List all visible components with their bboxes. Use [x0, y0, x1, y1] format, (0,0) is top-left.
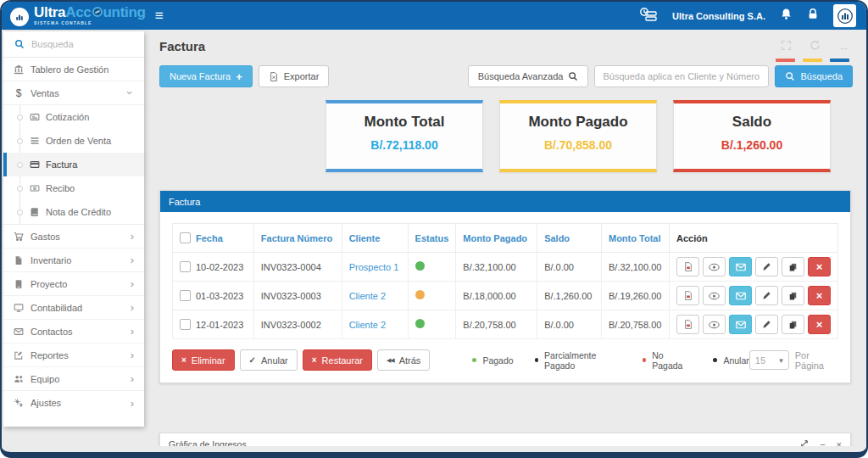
chevron-right-icon: ›: [131, 231, 134, 242]
row-checkbox[interactable]: [180, 261, 191, 272]
edit-button[interactable]: [755, 286, 778, 305]
cell-saldo: B/.1,260.00: [537, 282, 602, 310]
email-button[interactable]: [729, 257, 752, 276]
lock-icon[interactable]: [807, 8, 819, 24]
user-avatar[interactable]: [833, 4, 856, 27]
search-button[interactable]: Búsqueda: [775, 65, 853, 87]
red-tab-bar[interactable]: [776, 59, 795, 62]
sidebar-item-nota-de-credito[interactable]: Nota de Crédito: [3, 200, 144, 224]
view-button[interactable]: [703, 286, 726, 305]
atras-button[interactable]: ◀◀Atrás: [377, 349, 430, 371]
sidebar-item-ventas[interactable]: $ Ventas ›: [3, 81, 144, 105]
yellow-tab-bar[interactable]: [803, 59, 822, 62]
column-header-fecha[interactable]: Fecha: [196, 233, 223, 243]
sidebar-item-equipo[interactable]: Equipo ›: [3, 367, 144, 391]
main-content: Factura ↔ N: [144, 31, 865, 446]
logo-swirl-icon: [92, 7, 103, 17]
status-dot: [415, 290, 425, 299]
sidebar-item-reportes[interactable]: Reportes ›: [3, 344, 144, 367]
view-button[interactable]: [703, 315, 726, 334]
restaurar-button[interactable]: ×Restaurar: [303, 349, 372, 371]
advanced-search-button[interactable]: Búsqueda Avanzada: [468, 65, 589, 87]
minimize-icon[interactable]: −: [820, 439, 825, 446]
edit-button[interactable]: [755, 315, 778, 334]
client-link[interactable]: Prospecto 1: [349, 262, 399, 272]
sidebar-search[interactable]: [3, 31, 144, 58]
sidebar-item-contactos[interactable]: Contactos ›: [3, 320, 144, 344]
search-input[interactable]: [594, 65, 769, 87]
invoice-panel: Factura Fecha Factura Número Cliente Est…: [159, 190, 851, 383]
cell-fecha: 01-03-2023: [196, 291, 243, 301]
close-icon[interactable]: ×: [837, 439, 842, 446]
cell-monto-total: B/.32,100.00: [601, 253, 669, 282]
sidebar-item-label: Reportes: [31, 350, 69, 360]
sidebar-item-inventario[interactable]: Inventario ›: [3, 249, 144, 272]
cell-numero: INV0323-0002: [253, 310, 342, 339]
sidebar-item-label: Contactos: [31, 327, 73, 337]
company-name[interactable]: Ultra Consulting S.A.: [672, 11, 765, 21]
sidebar-item-gastos[interactable]: Gastos ›: [3, 225, 144, 249]
column-header-cliente[interactable]: Cliente: [342, 224, 408, 253]
eliminar-button[interactable]: ×Eliminar: [172, 349, 235, 371]
sidebar-item-cotizacion[interactable]: Cotización: [3, 105, 144, 129]
topbar-right: Ultra Consulting S.A.: [639, 4, 856, 27]
copy-button[interactable]: [782, 286, 804, 305]
sidebar-item-factura[interactable]: Factura: [3, 153, 144, 176]
delete-button[interactable]: ×: [808, 257, 831, 276]
expand-icon[interactable]: [781, 39, 792, 54]
pdf-button[interactable]: [676, 315, 699, 334]
cell-monto-pagado: B/.20,758.00: [456, 310, 537, 339]
sidebar-item-recibo[interactable]: Recibo: [3, 176, 144, 200]
export-button[interactable]: Exportar: [259, 65, 330, 87]
invoice-toolbar: Nueva Factura + Exportar Búsqueda Avanza…: [159, 65, 853, 87]
expand-diagonal-icon[interactable]: [800, 439, 809, 446]
column-header-saldo[interactable]: Saldo: [537, 224, 602, 253]
invoice-card-icon: [30, 159, 40, 170]
blue-tab-bar[interactable]: [830, 59, 849, 62]
sidebar-item-proyecto[interactable]: Proyecto ›: [3, 272, 144, 296]
email-button[interactable]: [729, 315, 752, 334]
client-link[interactable]: Cliente 2: [349, 320, 386, 330]
sidebar-item-orden-de-venta[interactable]: Orden de Venta: [3, 129, 144, 153]
legend-dot-no-pagada: [643, 358, 646, 362]
new-invoice-button[interactable]: Nueva Factura +: [159, 65, 253, 87]
delete-button[interactable]: ×: [808, 315, 831, 334]
history-icon[interactable]: [639, 7, 658, 25]
pdf-file-icon: [683, 261, 693, 272]
column-header-estatus[interactable]: Estatus: [408, 224, 456, 253]
anular-button[interactable]: ✓Anular: [240, 349, 298, 371]
column-header-monto-pagado[interactable]: Monto Pagado: [456, 224, 537, 253]
sidebar-item-ajustes[interactable]: Ajustes ›: [3, 391, 144, 415]
pdf-button[interactable]: [676, 257, 699, 276]
notifications-bell-icon[interactable]: [780, 8, 793, 24]
email-button[interactable]: [729, 286, 752, 305]
collapse-width-icon[interactable]: ↔: [838, 41, 849, 53]
bank-icon: [14, 64, 24, 75]
row-checkbox[interactable]: [180, 290, 191, 301]
column-header-numero[interactable]: Factura Número: [253, 224, 342, 253]
cell-monto-pagado: B/.32,100.00: [456, 253, 537, 282]
sidebar-search-input[interactable]: [31, 39, 116, 49]
panel-color-tabs: [776, 59, 849, 62]
pencil-icon: [762, 291, 771, 300]
sidebar-item-tablero-de-gestion[interactable]: Tablero de Gestión: [3, 58, 144, 81]
row-checkbox[interactable]: [180, 319, 191, 330]
pdf-button[interactable]: [676, 286, 699, 305]
column-header-monto-total[interactable]: Monto Total: [601, 224, 669, 253]
client-link[interactable]: Cliente 2: [349, 291, 386, 301]
sidebar-item-contabilidad[interactable]: Contabilidad ›: [3, 296, 144, 320]
per-page-select[interactable]: 15 ▾: [749, 350, 789, 370]
search-icon: [568, 71, 578, 81]
copy-button[interactable]: [782, 315, 804, 334]
brand-logo[interactable]: Ultra Accunting SISTEMA CONTABLE: [10, 5, 146, 26]
brand-secondary-post: unting: [103, 5, 146, 20]
legend-dot-parcialmente-pagado: [535, 358, 539, 362]
hamburger-menu-icon[interactable]: ≡: [155, 8, 164, 25]
edit-button[interactable]: [755, 257, 778, 276]
select-all-checkbox[interactable]: [180, 232, 191, 243]
copy-button[interactable]: [782, 257, 804, 276]
view-button[interactable]: [703, 257, 726, 276]
refresh-icon[interactable]: [810, 39, 821, 54]
x-icon: ×: [312, 355, 317, 365]
delete-button[interactable]: ×: [808, 286, 831, 305]
